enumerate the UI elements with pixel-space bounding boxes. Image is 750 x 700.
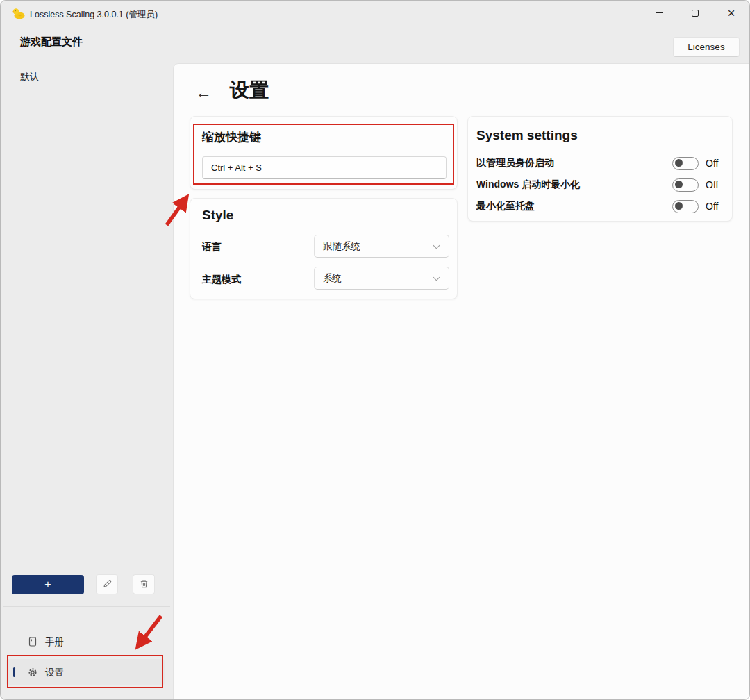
style-card-title: Style [202, 208, 233, 223]
minimize-to-tray-state: Off [706, 201, 724, 212]
close-button[interactable]: × [717, 3, 745, 22]
maximize-button[interactable] [681, 3, 709, 22]
language-label: 语言 [202, 241, 222, 253]
add-profile-button[interactable]: + [12, 575, 84, 594]
sidebar-item-manual[interactable]: 手册 [6, 628, 165, 655]
chevron-down-icon [433, 242, 440, 249]
hotkey-input[interactable] [202, 156, 447, 179]
app-logo-duck-icon [12, 8, 26, 19]
edit-profile-button[interactable] [96, 574, 118, 594]
sidebar-item-settings[interactable]: 设置 [6, 659, 165, 685]
language-select[interactable]: 跟随系统 [314, 235, 449, 258]
trash-icon [139, 578, 149, 591]
page-header-title: 游戏配置文件 [20, 35, 83, 49]
language-select-value: 跟随系统 [323, 240, 360, 253]
window-controls: × [645, 3, 745, 22]
close-icon: × [727, 6, 735, 19]
chevron-down-icon [433, 274, 440, 281]
run-as-admin-label: 以管理员身份启动 [476, 157, 672, 169]
pencil-icon [102, 578, 112, 591]
selected-indicator [13, 667, 15, 677]
toggle-knob [675, 159, 683, 167]
settings-label: 设置 [45, 667, 64, 679]
window-title: Lossless Scaling 3.0.0.1 (管理员) [30, 9, 158, 21]
manual-label: 手册 [45, 636, 64, 649]
theme-mode-select[interactable]: 系统 [314, 267, 449, 290]
manual-book-icon [27, 636, 38, 647]
system-card-title: System settings [476, 128, 578, 143]
minimize-icon [656, 12, 663, 14]
hotkey-card: 缩放快捷键 [190, 116, 458, 190]
setting-row-minimize-to-tray: 最小化至托盘 Off [476, 197, 724, 215]
licenses-button[interactable]: Licenses [673, 37, 740, 57]
minimize-on-startup-state: Off [706, 179, 724, 190]
toggle-knob [675, 181, 683, 188]
setting-row-run-as-admin: 以管理员身份启动 Off [476, 154, 724, 172]
sidebar-item-default-profile[interactable]: 默认 [8, 67, 166, 88]
gear-icon [27, 667, 38, 678]
delete-profile-button[interactable] [133, 574, 155, 594]
toggle-run-as-admin[interactable] [672, 157, 699, 170]
minimize-to-tray-label: 最小化至托盘 [476, 200, 672, 212]
toggle-knob [675, 202, 683, 210]
theme-mode-label: 主题模式 [202, 274, 241, 286]
system-settings-card: System settings 以管理员身份启动 Off Windows 启动时… [467, 116, 733, 222]
app-window: Lossless Scaling 3.0.0.1 (管理员) × 游戏配置文件 … [0, 0, 750, 700]
setting-row-minimize-on-startup: Windows 启动时最小化 Off [476, 176, 724, 194]
toggle-minimize-to-tray[interactable] [672, 200, 699, 213]
settings-page-title: 设置 [230, 77, 269, 103]
sidebar-divider [3, 606, 170, 607]
maximize-icon [692, 10, 699, 17]
minimize-on-startup-label: Windows 启动时最小化 [476, 178, 672, 191]
minimize-button[interactable] [645, 3, 673, 22]
theme-select-value: 系统 [323, 272, 342, 285]
style-card: Style 语言 跟随系统 主题模式 系统 [190, 198, 458, 299]
back-button[interactable]: ← [192, 82, 215, 103]
toggle-minimize-on-startup[interactable] [672, 178, 699, 192]
run-as-admin-state: Off [706, 158, 724, 169]
hotkey-card-title: 缩放快捷键 [202, 129, 261, 145]
